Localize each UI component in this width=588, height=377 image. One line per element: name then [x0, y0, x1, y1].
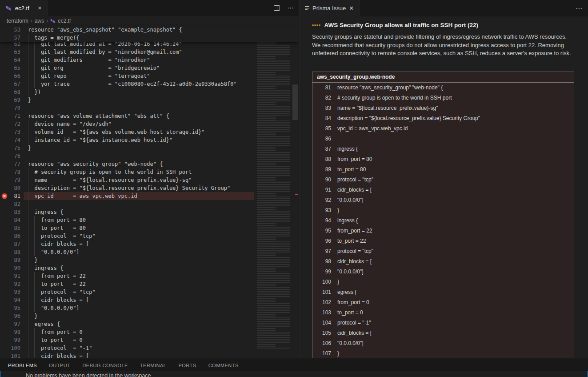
code-line-69[interactable]: 69}: [0, 96, 254, 104]
code-text: from_port = 0: [28, 328, 83, 336]
code-viewport[interactable]: 62 git_last_modified_at = "2020-06-16 14…: [0, 40, 254, 358]
code-text: resource "aws_security_group" "web-node"…: [337, 83, 443, 93]
panel-tab-output[interactable]: OUTPUT: [49, 363, 70, 371]
editor-tabbar: ec2.tf ✕ ⋯: [0, 0, 299, 16]
code-text: cidr_blocks = [: [337, 328, 372, 338]
issue-code-line-99: 99"0.0.0.0/0"]: [312, 267, 574, 277]
line-number: 87: [312, 144, 331, 154]
sticky-scroll[interactable]: 53resource "aws_ebs_snapshot" "example_s…: [0, 26, 299, 42]
code-line-100[interactable]: 100 protocol = "-1": [0, 344, 254, 352]
code-line-90[interactable]: 90 ingress {: [0, 264, 254, 272]
code-line-97[interactable]: 97 egress {: [0, 320, 254, 328]
code-line-80[interactable]: 80 description = "${local.resource_prefi…: [0, 184, 254, 192]
code-line-96[interactable]: 96 }: [0, 312, 254, 320]
panel-tab-ports[interactable]: PORTS: [178, 363, 196, 371]
code-text: from_port = 80: [337, 154, 372, 164]
issue-code-line-89: 89to_port = 80: [312, 164, 574, 175]
line-number: 102: [312, 297, 331, 308]
split-editor-icon[interactable]: [274, 5, 280, 11]
code-line-66[interactable]: 66 git_repo = "terragoat": [0, 72, 254, 80]
code-line-88[interactable]: 88 "0.0.0.0/0"]: [0, 248, 254, 256]
line-number: 94: [0, 296, 20, 304]
code-line-81[interactable]: 81 vpc_id = aws_vpc.web_vpc.id: [0, 192, 254, 200]
line-number: 85: [312, 124, 331, 134]
code-line-70[interactable]: 70: [0, 104, 254, 112]
tab-ec2-tf[interactable]: ec2.tf ✕: [0, 0, 48, 16]
code-text: "0.0.0.0/0"]: [28, 248, 80, 256]
issue-code-line-83: 83name = "${local.resource_prefix.value}…: [312, 103, 574, 113]
line-number: 83: [312, 103, 331, 113]
code-line-78[interactable]: 78 # security group is open to the world…: [0, 168, 254, 176]
code-line-94[interactable]: 94 cidr_blocks = [: [0, 296, 254, 304]
code-line-67[interactable]: 67 yor_trace = "c1008080-ec2f-4512-a0d0-…: [0, 80, 254, 88]
line-number: 66: [0, 72, 20, 80]
code-text: to_port = 80: [337, 164, 366, 175]
code-line-86[interactable]: 86 protocol = "tcp": [0, 232, 254, 240]
line-number: 88: [312, 154, 331, 164]
line-number: 91: [0, 272, 20, 280]
code-text: cidr_blocks = [: [28, 296, 89, 304]
code-line-72[interactable]: 72 device_name = "/dev/sdh": [0, 120, 254, 128]
line-number: 67: [0, 80, 20, 88]
code-line-83[interactable]: 83 ingress {: [0, 208, 254, 216]
sticky-line-53[interactable]: 53resource "aws_ebs_snapshot" "example_s…: [0, 26, 254, 34]
code-line-95[interactable]: 95 "0.0.0.0/0"]: [0, 304, 254, 312]
code-line-93[interactable]: 93 protocol = "tcp": [0, 288, 254, 296]
code-text: name = "${local.resource_prefix.value}-s…: [28, 176, 192, 184]
panel-tab-terminal[interactable]: TERMINAL: [140, 363, 167, 371]
code-line-77[interactable]: 77resource "aws_security_group" "web-nod…: [0, 160, 254, 168]
code-line-76[interactable]: 76: [0, 152, 254, 160]
code-line-85[interactable]: 85 to_port = 80: [0, 224, 254, 232]
code-line-73[interactable]: 73 volume_id = "${aws_ebs_volume.web_hos…: [0, 128, 254, 136]
code-line-74[interactable]: 74 instance_id = "${aws_instance.web_hos…: [0, 136, 254, 144]
code-line-75[interactable]: 75}: [0, 144, 254, 152]
code-text: }: [28, 312, 38, 320]
code-line-71[interactable]: 71resource "aws_volume_attachment" "ebs_…: [0, 112, 254, 120]
line-number: 106: [312, 338, 331, 349]
line-number: 82: [0, 200, 20, 208]
code-line-65[interactable]: 65 git_org = "bridgecrewio": [0, 64, 254, 72]
panel-tab-debug-console[interactable]: DEBUG CONSOLE: [82, 363, 128, 371]
code-text: }: [337, 205, 339, 216]
issue-code-line-94: 94ingress {: [312, 216, 574, 226]
code-line-92[interactable]: 92 to_port = 22: [0, 280, 254, 288]
tab-prisma-issue[interactable]: Prisma Issue ✕: [300, 0, 360, 16]
panel-tab-problems[interactable]: PROBLEMS: [8, 363, 37, 371]
code-text: "0.0.0.0/0"]: [28, 304, 80, 312]
code-line-63[interactable]: 63 git_last_modified_by = "nimrodkor@gma…: [0, 48, 254, 56]
code-line-91[interactable]: 91 from_port = 22: [0, 272, 254, 280]
code-line-79[interactable]: 79 name = "${local.resource_prefix.value…: [0, 176, 254, 184]
line-number: 84: [0, 216, 20, 224]
breadcrumb-aws[interactable]: aws: [35, 18, 44, 24]
tab-close-icon[interactable]: ✕: [38, 5, 42, 11]
code-line-68[interactable]: 68 }): [0, 88, 254, 96]
line-number: 94: [312, 216, 331, 226]
issue-code-line-105: 105cidr_blocks = [: [312, 328, 574, 338]
code-text: cidr_blocks = [: [28, 352, 89, 358]
code-line-84[interactable]: 84 from_port = 80: [0, 216, 254, 224]
code-line-89[interactable]: 89 }: [0, 256, 254, 264]
code-line-64[interactable]: 64 git_modifiers = "nimrodkor": [0, 56, 254, 64]
breadcrumb-file[interactable]: ec2.tf: [50, 18, 71, 24]
code-line-99[interactable]: 99 to_port = 0: [0, 336, 254, 344]
issue-code-line-107: 107}: [312, 349, 574, 358]
code-text: tags = merge({: [28, 34, 80, 42]
panel-tab-comments[interactable]: COMMENTS: [208, 363, 239, 371]
sticky-line-57[interactable]: 57 tags = merge({: [0, 34, 254, 42]
code-text: }: [28, 144, 31, 152]
more-actions-icon[interactable]: ⋯: [287, 4, 294, 12]
code-line-101[interactable]: 101 cidr_blocks = [: [0, 352, 254, 358]
code-text: to_port = 22: [28, 280, 86, 288]
breadcrumb-separator-icon: ›: [46, 18, 48, 24]
line-number: 99: [0, 336, 20, 344]
more-actions-icon[interactable]: ⋯: [576, 4, 583, 12]
code-text: resource "aws_ebs_snapshot" "example_sna…: [28, 26, 182, 34]
breadcrumb-terraform[interactable]: terraform: [7, 18, 28, 24]
issue-code-line-102: 102from_port = 0: [312, 297, 574, 308]
tab-close-icon[interactable]: ✕: [349, 5, 354, 12]
editor-scrollbar[interactable]: [292, 84, 298, 120]
code-line-82[interactable]: 82: [0, 200, 254, 208]
code-line-98[interactable]: 98 from_port = 0: [0, 328, 254, 336]
code-line-87[interactable]: 87 cidr_blocks = [: [0, 240, 254, 248]
line-number: 79: [0, 176, 20, 184]
